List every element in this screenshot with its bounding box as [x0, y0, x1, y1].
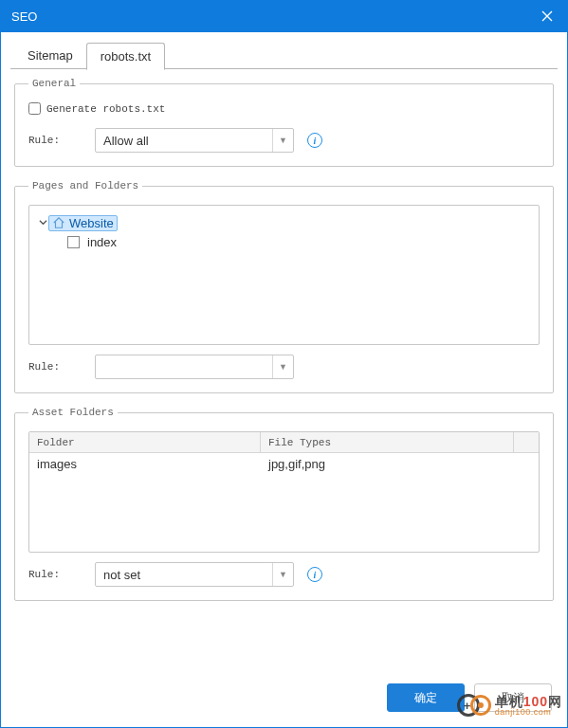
generate-label: Generate robots.txt — [46, 103, 165, 115]
ok-button[interactable]: 确定 — [387, 683, 465, 712]
fieldset-pages: Pages and Folders Website index — [14, 180, 554, 393]
tree-child-row: index — [64, 232, 531, 251]
window-title: SEO — [11, 9, 37, 24]
fieldset-general: General Generate robots.txt Rule: ▼ i — [14, 78, 554, 167]
info-icon[interactable]: i — [307, 133, 322, 148]
tree-node-website[interactable]: Website — [48, 215, 118, 231]
th-filetypes[interactable]: File Types — [261, 432, 514, 452]
td-folder: images — [29, 457, 261, 471]
tree-toggle[interactable] — [37, 218, 48, 228]
assets-rule-dropdown[interactable]: ▼ — [272, 563, 293, 586]
tree-root-row: Website — [37, 213, 531, 232]
close-button[interactable] — [526, 0, 568, 32]
content-area: General Generate robots.txt Rule: ▼ i Pa… — [1, 70, 567, 672]
assets-rule-row: Rule: ▼ i — [28, 562, 540, 587]
tab-robots[interactable]: robots.txt — [86, 43, 165, 70]
pages-rule-input[interactable] — [96, 360, 272, 374]
tree-label-website: Website — [69, 216, 114, 230]
titlebar: SEO — [0, 0, 568, 32]
general-rule-combo[interactable]: ▼ — [95, 128, 294, 153]
tree-node-index[interactable]: index — [64, 234, 120, 250]
fieldset-assets: Asset Folders Folder File Types images j… — [14, 407, 554, 601]
legend-general: General — [28, 78, 80, 89]
home-icon — [52, 216, 65, 229]
pages-tree[interactable]: Website index — [28, 205, 540, 345]
assets-table[interactable]: Folder File Types images jpg,gif,png — [28, 431, 540, 553]
pages-rule-combo[interactable]: ▼ — [95, 355, 294, 379]
th-folder[interactable]: Folder — [29, 432, 261, 452]
pages-rule-label: Rule: — [28, 361, 95, 373]
footer: 确定 取消 — [1, 672, 567, 727]
tab-bar: Sitemap robots.txt — [1, 32, 567, 69]
assets-rule-input[interactable] — [96, 568, 272, 582]
pages-rule-dropdown[interactable]: ▼ — [272, 355, 293, 378]
assets-rule-label: Rule: — [28, 569, 95, 580]
tree-label-index: index — [87, 235, 117, 249]
cancel-button[interactable]: 取消 — [474, 683, 552, 712]
legend-assets: Asset Folders — [28, 407, 118, 418]
table-header: Folder File Types — [29, 432, 539, 453]
table-row[interactable]: images jpg,gif,png — [29, 453, 539, 474]
close-icon — [541, 10, 553, 22]
pages-rule-row: Rule: ▼ — [28, 355, 540, 379]
td-filetypes: jpg,gif,png — [261, 457, 539, 471]
tab-sitemap[interactable]: Sitemap — [14, 43, 86, 70]
chevron-down-icon — [39, 218, 47, 227]
general-rule-row: Rule: ▼ i — [28, 128, 540, 153]
chevron-down-icon: ▼ — [279, 362, 287, 372]
legend-pages: Pages and Folders — [28, 180, 142, 191]
info-icon[interactable]: i — [307, 567, 322, 582]
chevron-down-icon: ▼ — [279, 570, 287, 579]
tree-checkbox[interactable] — [67, 236, 80, 248]
th-spacer — [514, 432, 539, 452]
chevron-down-icon: ▼ — [279, 136, 287, 145]
general-rule-dropdown[interactable]: ▼ — [272, 129, 293, 152]
general-rule-label: Rule: — [28, 135, 95, 146]
generate-checkbox[interactable] — [28, 102, 41, 115]
window-body: Sitemap robots.txt General Generate robo… — [0, 32, 568, 728]
generate-row: Generate robots.txt — [28, 102, 540, 115]
general-rule-input[interactable] — [96, 134, 272, 148]
assets-rule-combo[interactable]: ▼ — [95, 562, 294, 587]
